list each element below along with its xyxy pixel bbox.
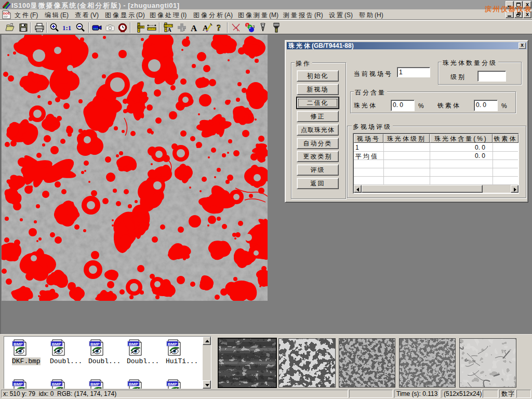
- svg-text:A: A: [191, 23, 197, 33]
- svg-text:DOC: DOC: [3, 12, 10, 15]
- svg-text:BMP: BMP: [129, 342, 138, 347]
- svg-text:BMP: BMP: [52, 342, 61, 347]
- svg-text:1: 1: [246, 23, 248, 27]
- svg-text:A: A: [167, 26, 171, 33]
- svg-text:BMP: BMP: [168, 382, 177, 387]
- svg-text:BMP: BMP: [14, 382, 23, 387]
- svg-text:BMP: BMP: [90, 382, 100, 387]
- svg-text:?: ?: [217, 23, 221, 32]
- svg-text:BMP: BMP: [129, 382, 138, 387]
- svg-text:3: 3: [252, 24, 255, 29]
- svg-text:BMP: BMP: [168, 342, 177, 347]
- svg-text:2: 2: [249, 25, 251, 29]
- svg-text:1:1: 1:1: [62, 24, 71, 32]
- svg-text:BMP: BMP: [14, 342, 23, 347]
- svg-text:BMP: BMP: [52, 382, 61, 387]
- svg-text:BMP: BMP: [90, 342, 100, 347]
